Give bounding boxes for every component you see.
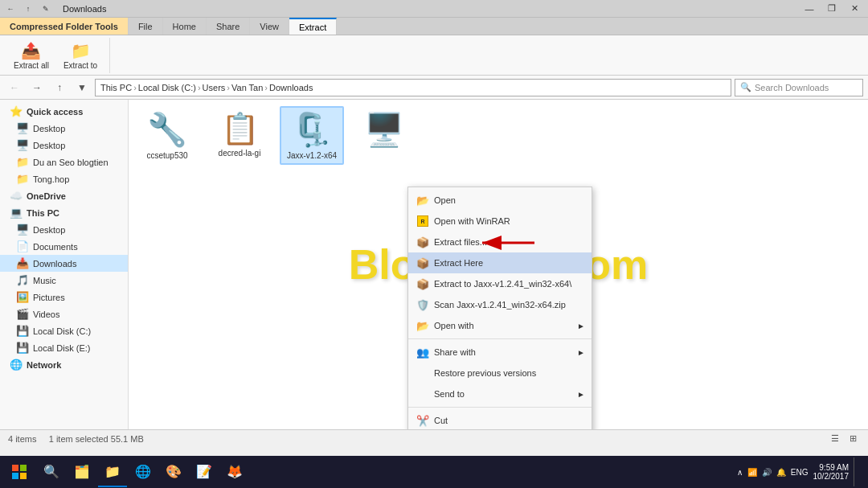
- minimize-button[interactable]: —: [799, 2, 820, 16]
- sidebar-item-tong-hop[interactable]: 📁 Tong.hop: [0, 170, 128, 187]
- menu-separator-1: [408, 338, 592, 339]
- taskbar-edge[interactable]: 🌐: [129, 457, 158, 487]
- nav-back-button[interactable]: ←: [5, 78, 24, 97]
- title-bar-left: ← ↑ ✎ Downloads: [3, 2, 106, 16]
- grid-view-button[interactable]: ⊞: [845, 432, 860, 446]
- sidebar-item-du-an-seo[interactable]: 📁 Du an Seo blogtien: [0, 154, 128, 170]
- ribbon-tab-row: Compressed Folder Tools File Home Share …: [0, 18, 868, 35]
- sidebar-label-desktop-3: Desktop: [33, 225, 65, 235]
- this-pc-icon: 💻: [10, 207, 23, 219]
- sidebar-item-network[interactable]: 🌐 Network: [0, 356, 128, 373]
- svg-rect-5: [20, 473, 27, 479]
- menu-item-scan[interactable]: 🛡️ Scan Jaxx-v1.2.41_win32-x64.zip: [408, 294, 592, 315]
- extract-all-button[interactable]: 📤 Extract all: [8, 38, 55, 73]
- maximize-button[interactable]: ❐: [821, 2, 842, 16]
- address-path[interactable]: This PC › Local Disk (C:) › Users › Van …: [95, 79, 731, 96]
- tray-up-arrow[interactable]: ∧: [737, 468, 743, 477]
- items-count-label: 4 items: [8, 434, 36, 444]
- taskbar-task-view[interactable]: 🗂️: [68, 457, 96, 487]
- onedrive-icon: ☁️: [10, 190, 23, 202]
- menu-item-extract-here[interactable]: 📦 Extract Here: [408, 252, 592, 273]
- tab-share[interactable]: Share: [207, 18, 250, 35]
- extract-to-button[interactable]: 📁 Extract to: [58, 38, 103, 73]
- path-local-disk: Local Disk (C:): [138, 83, 196, 92]
- sidebar-item-desktop-2[interactable]: 🖥️ Desktop: [0, 137, 128, 154]
- taskbar-photoshop[interactable]: 📝: [190, 457, 219, 487]
- sidebar-item-this-pc[interactable]: 💻 This PC: [0, 204, 128, 221]
- menu-item-open-winrar[interactable]: R Open with WinRAR: [408, 211, 592, 232]
- svg-rect-4: [12, 473, 18, 479]
- sidebar-item-music[interactable]: 🎵 Music: [0, 272, 128, 289]
- file-item-decred[interactable]: 📋 decred-la-gi: [207, 106, 272, 165]
- sidebar-item-desktop-1[interactable]: 🖥️ Desktop: [0, 120, 128, 137]
- pictures-icon: 🖼️: [16, 291, 29, 303]
- sidebar-item-pictures[interactable]: 🖼️ Pictures: [0, 289, 128, 306]
- extract-all-label: Extract all: [14, 61, 49, 70]
- sidebar-item-onedrive[interactable]: ☁️ OneDrive: [0, 187, 128, 204]
- sidebar-label-tong-hop: Tong.hop: [33, 174, 69, 184]
- desktop-icon-1: 🖥️: [16, 122, 29, 134]
- tab-home[interactable]: Home: [163, 18, 207, 35]
- svg-rect-3: [20, 465, 27, 471]
- show-desktop-button[interactable]: [854, 457, 858, 486]
- taskbar-clock[interactable]: 9:59 AM 10/2/2017: [813, 463, 850, 481]
- desktop-icon-2: 🖥️: [16, 139, 29, 151]
- nav-up-button[interactable]: ↑: [50, 78, 69, 97]
- documents-icon: 📄: [16, 240, 29, 252]
- taskbar-search[interactable]: 🔍: [37, 457, 66, 487]
- path-this-pc: This PC: [100, 83, 132, 92]
- tab-file[interactable]: File: [129, 18, 163, 35]
- send-to-arrow: ►: [577, 390, 585, 399]
- tab-compressed-folder-tools[interactable]: Compressed Folder Tools: [0, 18, 129, 35]
- sidebar-item-downloads[interactable]: 📥 Downloads: [0, 255, 128, 272]
- qat-edit[interactable]: ✎: [39, 2, 53, 16]
- taskbar-explorer[interactable]: 📁: [98, 457, 127, 487]
- path-users: Users: [203, 83, 226, 92]
- downloads-icon: 📥: [16, 257, 29, 269]
- share-with-arrow: ►: [577, 348, 585, 357]
- sidebar-label-desktop-2: Desktop: [33, 141, 65, 150]
- tab-extract[interactable]: Extract: [289, 18, 337, 35]
- tab-view[interactable]: View: [250, 18, 289, 35]
- sidebar-item-quick-access[interactable]: ⭐ Quick access: [0, 103, 128, 120]
- jaxx-icon: 🗜️: [292, 111, 332, 149]
- menu-item-extract-to[interactable]: 📦 Extract to Jaxx-v1.2.41_win32-x64\: [408, 273, 592, 294]
- menu-item-share-with[interactable]: 👥 Share with ►: [408, 342, 592, 363]
- file-area[interactable]: 🔧 ccsetup530 📋 decred-la-gi 🗜️ Jaxx-v1.2…: [129, 100, 868, 429]
- sidebar-item-videos[interactable]: 🎬 Videos: [0, 306, 128, 322]
- path-van-tan: Van Tan: [231, 83, 263, 92]
- scan-icon: 🛡️: [416, 298, 429, 311]
- menu-item-open[interactable]: 📂 Open: [408, 190, 592, 211]
- sidebar-item-documents[interactable]: 📄 Documents: [0, 238, 128, 255]
- close-button[interactable]: ✕: [844, 2, 865, 16]
- qat-back[interactable]: ←: [3, 2, 18, 16]
- tray-notification-icon[interactable]: 🔔: [776, 468, 786, 477]
- menu-item-restore-versions[interactable]: Restore previous versions: [408, 363, 592, 383]
- sidebar-label-onedrive: OneDrive: [27, 191, 66, 201]
- network-icon: 🌐: [10, 359, 23, 371]
- nav-forward-button[interactable]: →: [27, 78, 47, 97]
- sidebar-item-local-disk-e[interactable]: 💾 Local Disk (E:): [0, 339, 128, 356]
- list-view-button[interactable]: ☰: [828, 432, 842, 446]
- search-box[interactable]: 🔍 Search Downloads: [735, 79, 863, 96]
- menu-item-cut[interactable]: ✂️ Cut: [408, 410, 592, 429]
- share-with-icon: 👥: [416, 346, 429, 359]
- taskbar-paint[interactable]: 🎨: [159, 457, 188, 487]
- file-item-ccsetup[interactable]: 🔧 ccsetup530: [135, 106, 199, 165]
- sidebar-item-desktop-3[interactable]: 🖥️ Desktop: [0, 221, 128, 238]
- file-item-jaxx[interactable]: 🗜️ Jaxx-v1.2-x64: [280, 106, 344, 165]
- sidebar-item-local-disk-c[interactable]: 💾 Local Disk (C:): [0, 322, 128, 339]
- menu-item-send-to[interactable]: Send to ►: [408, 383, 592, 404]
- extract-to-icon: 📁: [71, 41, 91, 60]
- start-button[interactable]: [3, 457, 35, 487]
- decred-icon: 📋: [221, 111, 259, 146]
- menu-item-open-with[interactable]: 📂 Open with ►: [408, 315, 592, 336]
- menu-item-extract-files[interactable]: 📦 Extract files...: [408, 232, 592, 252]
- file-item-shortcut[interactable]: 🖥️: [352, 106, 416, 165]
- jaxx-name: Jaxx-v1.2-x64: [287, 151, 337, 160]
- qat-up[interactable]: ↑: [21, 2, 35, 16]
- quick-access-icon: ⭐: [10, 105, 23, 117]
- taskbar-firefox[interactable]: 🦊: [220, 457, 249, 487]
- recent-locations-button[interactable]: ▼: [72, 78, 92, 97]
- clock-time: 9:59 AM: [819, 463, 849, 472]
